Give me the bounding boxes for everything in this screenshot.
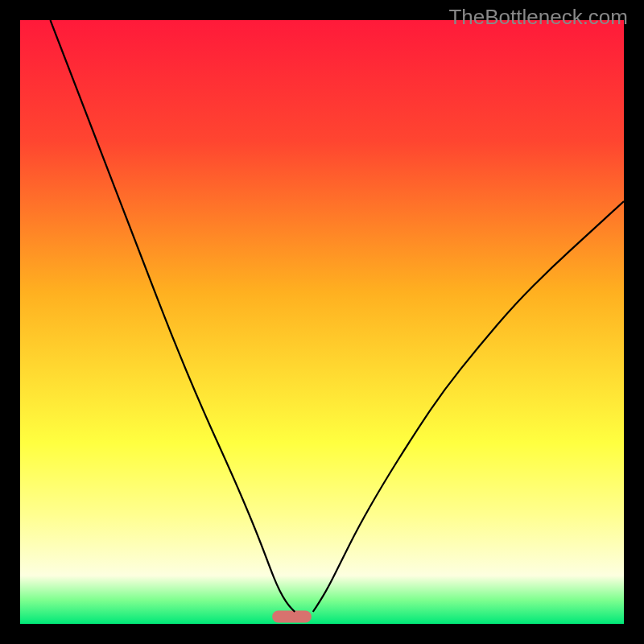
minimum-marker xyxy=(272,611,312,623)
watermark-label: TheBottleneck.com xyxy=(448,5,628,30)
plot-background xyxy=(20,20,624,624)
curve-chart xyxy=(20,20,624,624)
chart-container: TheBottleneck.com xyxy=(0,0,644,644)
